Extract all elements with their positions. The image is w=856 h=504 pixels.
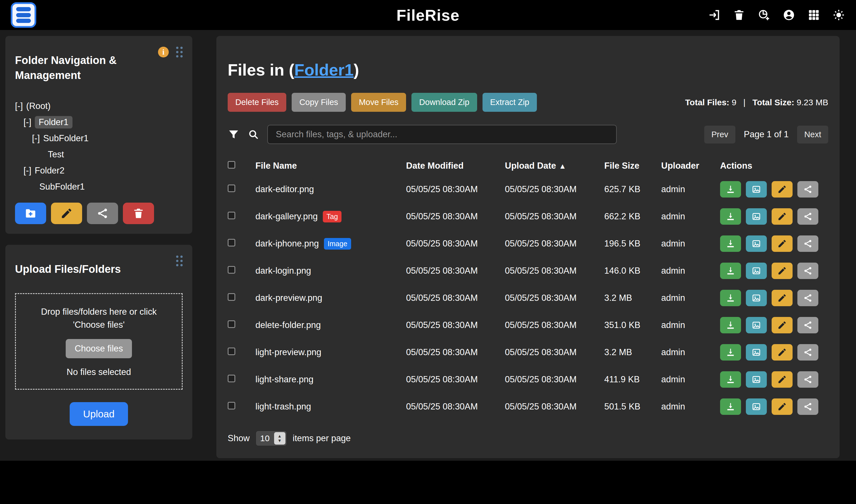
share-button[interactable] [798,181,818,198]
tree-toggle[interactable]: [-] [32,133,40,143]
share-button[interactable] [798,263,818,279]
tree-toggle[interactable]: [-] [15,101,23,111]
preview-button[interactable] [746,317,767,334]
share-button[interactable] [798,208,818,225]
file-name[interactable]: dark-gallery.png [256,211,318,221]
share-button[interactable] [798,398,818,415]
upload-button[interactable]: Upload [70,402,128,426]
preview-button[interactable] [746,290,767,306]
grid-view-icon[interactable] [807,8,820,21]
edit-button[interactable] [772,398,792,415]
preview-button[interactable] [746,235,767,252]
delete-folder-button[interactable] [123,203,154,224]
download-button[interactable] [720,371,741,388]
download-button[interactable] [720,181,741,198]
tree-label[interactable]: Test [48,149,64,160]
next-page-button[interactable]: Next [797,126,828,143]
tree-label[interactable]: (Root) [26,101,51,111]
row-checkbox[interactable] [228,375,235,382]
edit-button[interactable] [772,235,792,252]
uploader-header[interactable]: Uploader [661,161,720,171]
file-name[interactable]: light-trash.png [256,401,311,412]
file-name[interactable]: dark-editor.png [256,184,314,194]
drag-handle-icon[interactable] [176,47,182,57]
download-button[interactable] [720,344,741,361]
filerise-logo-icon[interactable] [11,2,36,28]
download-button[interactable] [720,290,741,306]
row-checkbox[interactable] [228,347,235,355]
row-checkbox[interactable] [228,212,235,219]
logout-icon[interactable] [707,8,721,21]
tree-item[interactable]: Test [15,146,182,162]
download-button[interactable] [720,398,741,415]
edit-button[interactable] [772,371,792,388]
download-zip-button[interactable]: Download Zip [412,93,477,112]
download-button[interactable] [720,263,741,279]
share-button[interactable] [798,344,818,361]
row-checkbox[interactable] [228,293,235,301]
file-name[interactable]: delete-folder.png [256,320,321,330]
extract-zip-button[interactable]: Extract Zip [483,93,537,112]
share-button[interactable] [798,290,818,306]
preview-button[interactable] [746,344,767,361]
user-profile-icon[interactable] [782,8,796,21]
file-name[interactable]: dark-iphone.png [256,238,319,249]
preview-button[interactable] [746,371,767,388]
row-checkbox[interactable] [228,239,235,247]
row-checkbox[interactable] [228,320,235,328]
tree-item[interactable]: SubFolder1 [15,179,182,195]
tree-toggle[interactable]: [-] [23,117,31,127]
trash-icon[interactable] [733,8,746,21]
share-button[interactable] [798,235,818,252]
date-modified-header[interactable]: Date Modified [406,161,505,171]
file-name[interactable]: dark-login.png [256,266,311,276]
share-folder-button[interactable] [87,203,118,224]
tree-item[interactable]: [-] Folder1 [15,114,182,130]
preview-button[interactable] [746,398,767,415]
edit-button[interactable] [772,208,792,225]
tree-label[interactable]: Folder1 [35,116,72,128]
file-size-header[interactable]: File Size [604,161,661,171]
share-button[interactable] [798,371,818,388]
upload-dropzone[interactable]: Drop files/folders here or click 'Choose… [15,293,182,390]
search-icon[interactable] [247,128,259,140]
tree-item[interactable]: [-] Folder2 [15,162,182,179]
row-checkbox[interactable] [228,266,235,274]
tree-label[interactable]: Folder2 [35,165,65,176]
row-checkbox[interactable] [228,184,235,192]
file-name[interactable]: dark-preview.png [256,293,322,303]
drag-handle-icon[interactable] [176,255,182,266]
current-folder-link[interactable]: Folder1 [294,60,354,79]
row-checkbox[interactable] [228,402,235,410]
delete-files-button[interactable]: Delete Files [228,93,286,112]
preview-button[interactable] [746,181,767,198]
search-input[interactable] [267,125,617,144]
prev-page-button[interactable]: Prev [704,126,735,143]
tree-toggle[interactable]: [-] [23,165,31,176]
select-all-checkbox[interactable] [228,161,235,169]
file-name[interactable]: light-share.png [256,374,313,384]
tree-label[interactable]: SubFolder1 [43,133,89,143]
pie-chart-plus-icon[interactable] [757,8,770,21]
edit-button[interactable] [772,181,792,198]
tree-item[interactable]: [-] SubFolder1 [15,130,182,146]
edit-button[interactable] [772,290,792,306]
download-button[interactable] [720,235,741,252]
file-name-header[interactable]: File Name [256,161,406,171]
edit-button[interactable] [772,263,792,279]
download-button[interactable] [720,317,741,334]
preview-button[interactable] [746,208,767,225]
download-button[interactable] [720,208,741,225]
create-folder-button[interactable] [15,203,46,224]
tree-item[interactable]: [-] (Root) [15,98,182,114]
choose-files-button[interactable]: Choose files [66,339,132,358]
filter-icon[interactable] [228,128,240,140]
file-name[interactable]: light-preview.png [256,347,321,357]
info-icon[interactable]: i [158,47,169,57]
move-files-button[interactable]: Move Files [351,93,406,112]
stepper-arrows-icon[interactable]: ▲▼ [274,432,285,445]
tree-label[interactable]: SubFolder1 [39,182,85,192]
items-per-page-input[interactable]: 10 ▲▼ [256,430,287,446]
edit-button[interactable] [772,344,792,361]
light-mode-icon[interactable] [832,8,845,21]
